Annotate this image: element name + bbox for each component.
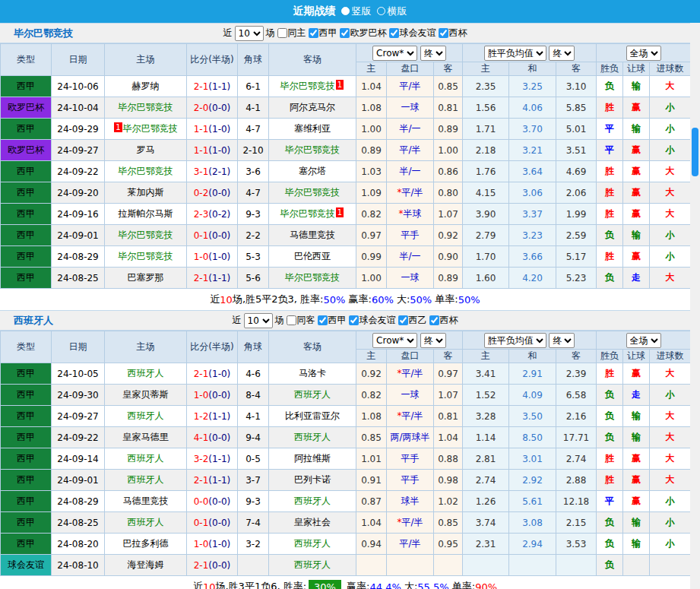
near-count-select[interactable]: 10 [244,313,273,328]
radio-unselected-icon[interactable] [377,7,385,15]
top-title-bar: 近期战绩 竖版 横版 [0,0,700,23]
league-checkbox[interactable] [439,28,448,38]
scrollbar-thumb[interactable] [692,128,698,176]
league-checkbox[interactable] [429,315,439,325]
result-value: 大 [666,368,675,378]
handicap-value: 平/半 [399,144,420,155]
league-type-badge: 西甲 [1,268,52,289]
result-value: 大 [666,187,675,198]
result-value: 胜 [605,251,614,261]
match-row: 西甲24-09-01西班牙人2-1(1-1)3-7巴列卡诺0.91平手0.982… [1,470,691,491]
league-filter[interactable]: 西甲 [318,314,347,327]
column-date-header: 日期 [52,44,105,76]
odds-source-group: Crow* 终 [356,331,463,350]
scope-select[interactable]: 全场 [626,46,661,61]
home-team-cell: 毕尔巴鄂竞技 [105,161,187,182]
odds-company-select[interactable]: Crow* [372,333,417,348]
result-value: 胜 [605,208,614,219]
summary-segment: 50% [458,294,480,306]
avg-away-odds: 3.51 [556,140,597,161]
same-side-filter[interactable]: 同主 [277,27,306,40]
score-cell: 2-1(1-1) [187,268,238,289]
radio-selected-icon[interactable] [341,7,350,15]
league-filter[interactable]: 西甲 [309,27,337,40]
avg-odds-select[interactable]: 胜平负均值 [484,333,546,348]
layout-radio-horizontal[interactable]: 横版 [377,5,407,18]
avg-away-odds: 1.99 [556,204,597,225]
league-checkbox[interactable] [349,315,359,325]
scope-select[interactable]: 全场 [626,333,661,348]
handicap-result: 赢 [623,97,650,119]
avg-time-select[interactable]: 终 [549,333,575,348]
avg-odds-select[interactable]: 胜平负均值 [484,46,546,61]
score-cell: 1-0(1-0) [187,534,238,555]
same-side-checkbox[interactable] [277,28,287,38]
league-checkbox[interactable] [340,28,350,38]
winlose-result: 胜 [597,363,623,385]
result-value: 胜 [605,166,614,176]
home-team-cell: 西班牙人 [105,406,187,427]
league-checkbox[interactable] [389,28,399,38]
away-team-cell: 毕尔巴鄂竞技 [269,268,356,289]
home-team-name: 马德里竞技 [123,496,169,506]
league-checkbox[interactable] [309,28,318,38]
league-filter[interactable]: 欧罗巴杯 [340,27,387,40]
layout-radio-vertical[interactable]: 竖版 [341,5,372,18]
away-odds: 0.85 [434,512,463,534]
table-head: 类型日期主场比分(半场)角球客场Crow* 终胜平负均值 终全场主盘口客主和客胜… [1,331,691,363]
avg-home-odds: 1.60 [463,268,509,289]
same-side-checkbox[interactable] [287,315,296,325]
fulltime-score: 1-0 [194,252,209,262]
league-filter[interactable]: 西乙 [398,314,427,327]
corner-count: 9-3 [238,204,269,225]
league-filter[interactable]: 西杯 [439,27,467,40]
home-team-name: 赫罗纳 [132,81,160,91]
league-filter[interactable]: 球会友谊 [389,27,436,40]
away-team-name: 巴伦西亚 [294,251,331,261]
result-value: 胜 [605,102,614,112]
away-team-cell: 毕尔巴鄂竞技1 [269,204,356,225]
result-value: 大 [666,410,675,421]
goals-result: 小 [650,119,691,140]
handicap-result: 赢 [623,161,650,182]
home-team-cell: 海登海姆 [105,555,187,576]
avg-time-select[interactable]: 终 [549,46,575,61]
summary-segment: 90% [475,581,497,589]
column-home-header: 主场 [105,44,187,76]
same-side-filter[interactable]: 同客 [287,314,315,327]
summary-row: 近10场,胜3平1负6, 胜率:30% 赢率:44.4% 大:55.5% 单率:… [0,576,690,589]
avg-home-odds: 2.79 [463,225,509,246]
odds-time-select[interactable]: 终 [420,46,446,61]
halftime-score: (1-0) [208,369,230,379]
league-filter[interactable]: 西杯 [429,314,458,327]
league-checkbox[interactable] [398,315,408,325]
handicap-result: 赢 [623,140,650,161]
halftime-score: (1-1) [208,475,230,486]
corner-count: 9-4 [238,427,269,448]
summary-segment: 近 [210,293,220,306]
scrollbar-track[interactable] [690,23,700,589]
away-odds: 0.81 [434,406,463,427]
summary-segment: 场,胜3平1负6, 胜率: [215,580,306,589]
handicap-result: 赢 [623,246,650,268]
score-cell: 0-1(0-0) [187,225,238,246]
odds-company-select[interactable]: Crow* [372,46,417,61]
match-row: 欧罗巴杯24-10-04毕尔巴鄂竞技2-0(0-0)4-1阿尔克马尔1.08一球… [1,97,691,119]
results-table: 类型日期主场比分(半场)角球客场Crow* 终胜平负均值 终全场主盘口客主和客胜… [0,43,691,289]
result-value: 大 [666,432,675,442]
goals-result: 小 [650,246,691,268]
result-value: 平 [605,144,614,155]
handicap-cell: 平/半 [387,534,434,555]
home-team-cell: 西班牙人 [105,363,187,385]
home-team-name: 西班牙人 [128,517,164,527]
avg-home-odds: 1.52 [463,385,509,406]
avg-home-odds: 3.28 [463,406,509,427]
league-checkbox[interactable] [318,315,328,325]
match-row: 西甲24-08-20巴拉多利德1-0(1-0)3-2西班牙人0.94平/半0.9… [1,534,691,555]
corner-count: 4-6 [238,363,269,385]
winlose-result: 胜 [597,246,623,268]
odds-time-select[interactable]: 终 [420,333,446,348]
league-filter[interactable]: 球会友谊 [349,314,396,327]
near-count-select[interactable]: 10 [235,26,264,41]
home-odds: 0.99 [356,246,387,268]
